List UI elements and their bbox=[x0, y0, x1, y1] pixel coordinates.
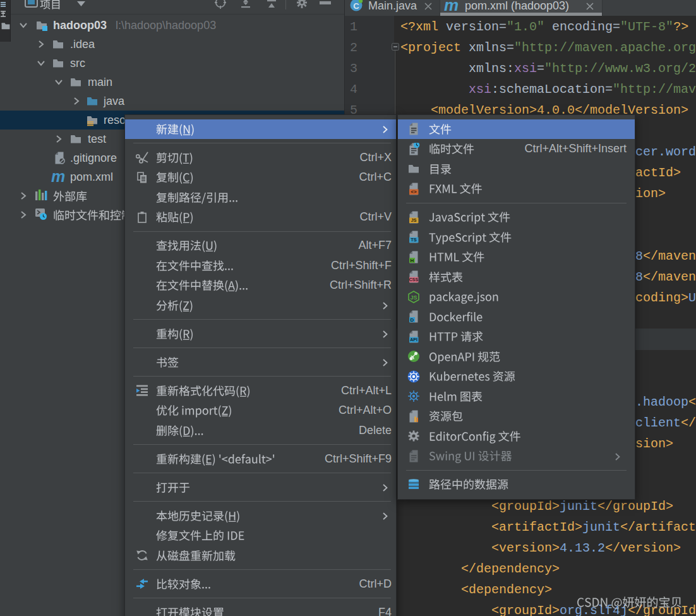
svg-text:<>: <> bbox=[411, 189, 417, 195]
svg-text:API: API bbox=[410, 337, 417, 342]
svg-text:H: H bbox=[411, 257, 414, 263]
svg-text:C: C bbox=[353, 1, 359, 11]
svg-text:JS: JS bbox=[410, 294, 417, 300]
svg-text:CSS: CSS bbox=[409, 278, 419, 282]
svg-text:TS: TS bbox=[411, 238, 417, 243]
svg-text:D: D bbox=[411, 317, 414, 323]
svg-text:JS: JS bbox=[411, 217, 416, 223]
